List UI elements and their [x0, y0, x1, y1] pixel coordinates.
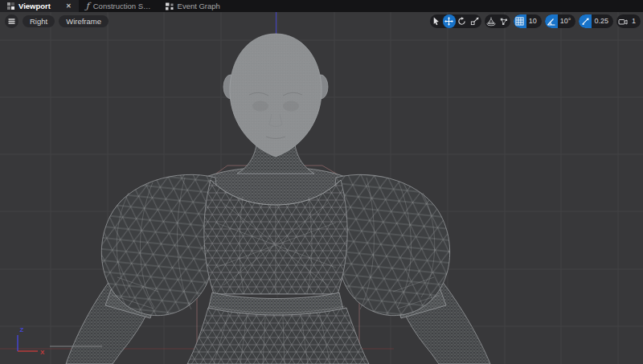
event-graph-icon — [166, 2, 174, 10]
rotation-snap-toggle[interactable] — [545, 14, 558, 28]
tab-construction-script[interactable]: ƒ Construction S… — [79, 0, 158, 12]
axis-x: X — [18, 349, 45, 356]
rotation-snap-value[interactable]: 10° — [558, 18, 576, 25]
menu-icon — [7, 17, 16, 26]
scale-snap-icon — [581, 17, 590, 26]
orientation-gizmo: Z X — [8, 319, 53, 361]
grid-snap-icon — [515, 17, 524, 26]
camera-speed-button[interactable] — [616, 14, 629, 28]
tab-viewport-label: Viewport — [18, 2, 51, 10]
camera-icon — [618, 17, 628, 27]
render-mode-dropdown[interactable]: Wireframe — [59, 15, 109, 27]
grid-snap-control: 10 — [514, 14, 542, 28]
axis-z-label: Z — [20, 326, 24, 333]
close-icon[interactable]: ✕ — [66, 3, 72, 10]
scale-snap-control: 0.25 — [579, 14, 613, 28]
move-icon — [444, 17, 453, 26]
viewport-icon — [7, 2, 14, 10]
rotate-tool-button[interactable] — [456, 14, 469, 28]
move-tool-button[interactable] — [443, 14, 456, 28]
socket-snap-button[interactable] — [498, 14, 510, 28]
transform-tools-group — [430, 14, 481, 28]
viewport: Right Wireframe — [0, 12, 643, 364]
viewport-canvas[interactable] — [0, 12, 643, 364]
grid-snap-toggle[interactable] — [514, 14, 526, 28]
select-tool-button[interactable] — [430, 14, 443, 28]
axis-z: Z — [18, 326, 24, 351]
scale-snap-toggle[interactable] — [579, 14, 592, 28]
scale-icon — [470, 17, 479, 26]
select-cursor-icon — [432, 17, 440, 26]
rotation-snap-icon — [547, 17, 556, 27]
surface-snap-button[interactable] — [485, 14, 498, 28]
viewport-toolbar-right: 10 10° 0.25 1 — [430, 14, 641, 28]
blueprint-editor-window: Viewport ✕ ƒ Construction S… Event Graph — [0, 0, 643, 364]
viewport-toolbar-left: Right Wireframe — [5, 14, 109, 28]
rotation-snap-control: 10° — [545, 14, 576, 28]
tab-viewport[interactable]: Viewport ✕ — [0, 0, 79, 12]
snap-helpers-group — [485, 14, 510, 28]
camera-speed-control: 1 — [616, 14, 641, 28]
scale-tool-button[interactable] — [469, 14, 481, 28]
function-icon: ƒ — [86, 2, 89, 10]
rotate-icon — [457, 17, 466, 26]
tab-event-graph-label: Event Graph — [178, 2, 220, 10]
grid-snap-value[interactable]: 10 — [526, 18, 542, 25]
camera-speed-value[interactable]: 1 — [629, 18, 641, 25]
surface-snap-icon — [486, 17, 496, 27]
tab-event-graph[interactable]: Event Graph — [158, 0, 227, 12]
tab-construction-script-label: Construction S… — [93, 2, 151, 10]
axis-x-label: X — [40, 349, 45, 356]
view-mode-dropdown[interactable]: Right — [23, 15, 55, 27]
tab-bar: Viewport ✕ ƒ Construction S… Event Graph — [0, 0, 643, 12]
viewport-options-button[interactable] — [5, 14, 18, 28]
scale-snap-value[interactable]: 0.25 — [592, 18, 613, 25]
socket-snap-icon — [499, 17, 509, 27]
